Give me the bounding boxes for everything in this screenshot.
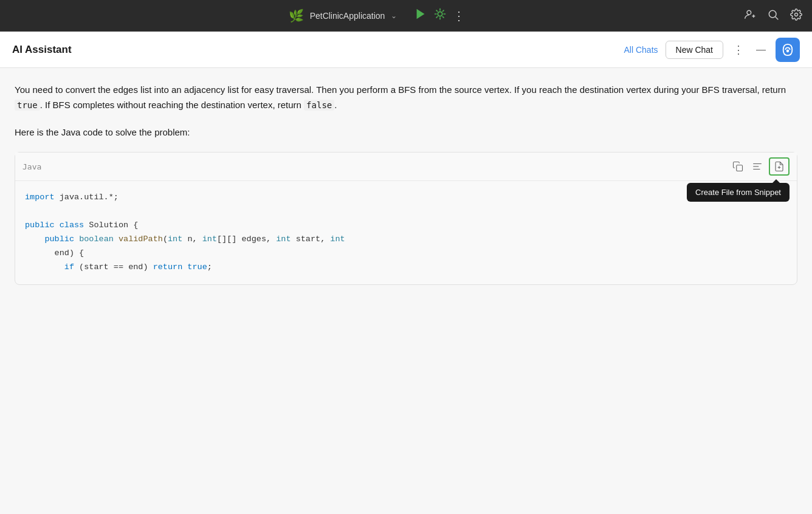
search-icon[interactable] xyxy=(767,9,779,23)
ai-header: AI Assistant All Chats New Chat ⋮ ― xyxy=(0,32,812,68)
message-intro: Here is the Java code to solve the probl… xyxy=(15,125,797,140)
debug-icon[interactable] xyxy=(433,7,447,24)
add-user-icon[interactable] xyxy=(744,9,756,23)
intro-text: Here is the Java code to solve the probl… xyxy=(15,127,190,137)
toolbar-center: 🌿 PetClinicApplication ⌄ ⋮ xyxy=(289,7,466,24)
code-block-header: Java xyxy=(15,152,797,181)
chevron-down-icon[interactable]: ⌄ xyxy=(391,12,397,20)
svg-rect-9 xyxy=(737,165,743,171)
create-file-container: Create File from Snippet xyxy=(769,157,790,176)
new-chat-button[interactable]: New Chat xyxy=(666,41,723,59)
ai-content: You need to convert the edges list into … xyxy=(0,68,812,514)
svg-point-7 xyxy=(794,13,797,16)
code-line-blank xyxy=(25,205,787,219)
minimize-button[interactable]: ― xyxy=(754,42,768,58)
main-toolbar: 🌿 PetClinicApplication ⌄ ⋮ xyxy=(0,0,812,32)
code-line-1: import java.util.*; xyxy=(25,191,787,205)
code-line-end-params: end) { xyxy=(25,247,787,261)
more-dots-icon: ⋮ xyxy=(733,44,744,56)
all-chats-button[interactable]: All Chats xyxy=(624,45,658,55)
message-paragraph: You need to convert the edges list into … xyxy=(15,83,797,113)
code-language-label: Java xyxy=(22,162,41,171)
run-icon[interactable] xyxy=(414,7,427,24)
code-body: import java.util.*; public class Solutio… xyxy=(15,181,797,284)
app-name[interactable]: PetClinicApplication xyxy=(310,11,385,21)
svg-point-2 xyxy=(747,10,751,15)
svg-point-8 xyxy=(787,50,789,52)
svg-point-1 xyxy=(438,12,442,16)
ai-logo-icon xyxy=(781,43,794,57)
ai-assistant-panel: AI Assistant All Chats New Chat ⋮ ― You … xyxy=(0,32,812,514)
settings-icon[interactable] xyxy=(790,9,802,23)
message-text-3: . xyxy=(334,100,337,110)
create-file-button[interactable] xyxy=(769,157,790,176)
svg-marker-0 xyxy=(417,9,425,19)
code-inline-true: true xyxy=(15,100,40,111)
svg-point-5 xyxy=(769,10,776,18)
ai-logo-button[interactable] xyxy=(776,38,800,62)
svg-line-6 xyxy=(776,16,779,19)
format-code-button[interactable] xyxy=(749,159,765,174)
app-icon: 🌿 xyxy=(289,9,304,23)
ai-panel-title: AI Assistant xyxy=(12,44,72,56)
code-actions: Create File from Snippet xyxy=(730,157,790,176)
toolbar-right-actions xyxy=(744,9,802,23)
message-text-2: . If BFS completes without reaching the … xyxy=(40,100,304,110)
code-line-if: if (start == end) return true; xyxy=(25,261,787,275)
keyword-import: import xyxy=(25,193,55,202)
format-icon xyxy=(752,161,763,172)
ai-header-right: All Chats New Chat ⋮ ― xyxy=(624,38,800,62)
minimize-icon: ― xyxy=(756,44,766,55)
copy-code-button[interactable] xyxy=(730,159,746,174)
create-file-icon xyxy=(774,161,785,172)
code-line-class: public class Solution { xyxy=(25,219,787,233)
code-block: Java xyxy=(15,152,797,285)
code-inline-false: false xyxy=(304,100,334,111)
code-line-method: public boolean validPath(int n, int[][] … xyxy=(25,233,787,247)
more-options-icon[interactable]: ⋮ xyxy=(453,9,465,23)
message-text-1: You need to convert the edges list into … xyxy=(15,84,786,95)
more-options-button[interactable]: ⋮ xyxy=(731,41,746,59)
copy-icon xyxy=(732,161,743,172)
